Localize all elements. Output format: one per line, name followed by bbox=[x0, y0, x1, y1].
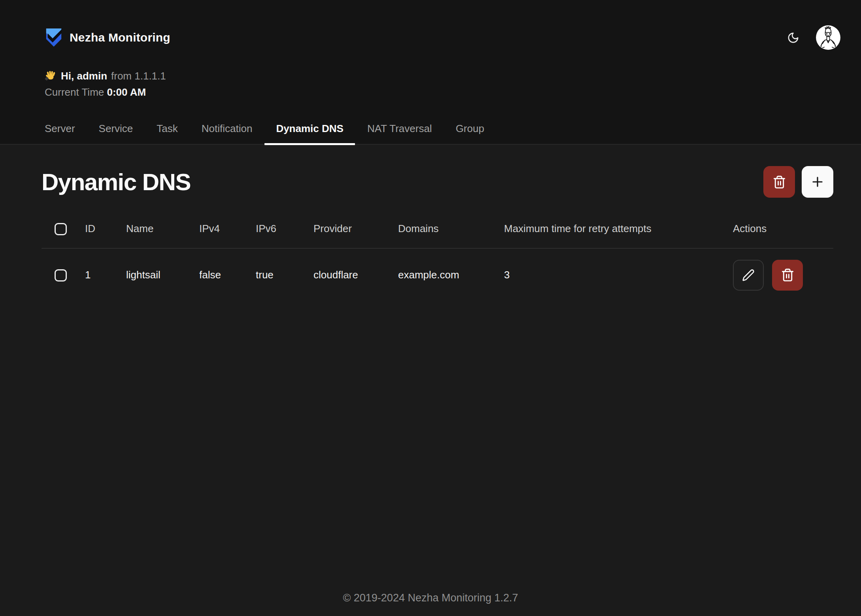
page-title: Dynamic DNS bbox=[42, 168, 191, 196]
plus-icon bbox=[810, 174, 825, 189]
topbar: Nezha Monitoring bbox=[0, 0, 861, 51]
title-row: Dynamic DNS bbox=[42, 166, 833, 198]
wave-hand-icon bbox=[45, 70, 57, 82]
column-header-name: Name bbox=[126, 208, 199, 248]
cell-ipv4: false bbox=[199, 248, 256, 302]
user-avatar[interactable] bbox=[815, 25, 841, 51]
greeting-hello: Hi, admin bbox=[61, 68, 107, 84]
trash-icon bbox=[772, 175, 786, 189]
table-header-row: ID Name IPv4 IPv6 Provider Domains Maxim… bbox=[42, 208, 833, 248]
cell-domains: example.com bbox=[398, 248, 504, 302]
column-header-actions: Actions bbox=[733, 208, 833, 248]
greeting-from: from 1.1.1.1 bbox=[111, 68, 166, 84]
tab-group[interactable]: Group bbox=[444, 123, 496, 144]
column-header-id: ID bbox=[85, 208, 126, 248]
footer-copyright: © 2019-2024 Nezha Monitoring 1.2.7 bbox=[0, 592, 861, 604]
theme-toggle-moon-icon[interactable] bbox=[787, 32, 799, 44]
trash-icon bbox=[781, 268, 795, 282]
greeting-line: Hi, admin from 1.1.1.1 bbox=[45, 68, 861, 84]
column-header-domains: Domains bbox=[398, 208, 504, 248]
cell-provider: cloudflare bbox=[313, 248, 398, 302]
current-time-value: 0:00 AM bbox=[107, 86, 146, 98]
cell-max-retry: 3 bbox=[504, 248, 733, 302]
nav-tabs: Server Service Task Notification Dynamic… bbox=[33, 123, 496, 144]
select-all-checkbox[interactable] bbox=[55, 223, 67, 235]
column-header-provider: Provider bbox=[313, 208, 398, 248]
tab-service[interactable]: Service bbox=[87, 123, 145, 144]
current-time-line: Current Time 0:00 AM bbox=[45, 84, 861, 100]
add-record-button[interactable] bbox=[802, 166, 833, 198]
pencil-icon bbox=[742, 269, 755, 282]
column-header-ipv4: IPv4 bbox=[199, 208, 256, 248]
tab-notification[interactable]: Notification bbox=[190, 123, 264, 144]
topbar-right bbox=[787, 25, 841, 51]
cell-name: lightsail bbox=[126, 248, 199, 302]
cell-ipv6: true bbox=[256, 248, 313, 302]
ddns-table: ID Name IPv4 IPv6 Provider Domains Maxim… bbox=[42, 208, 833, 302]
tab-nat-traversal[interactable]: NAT Traversal bbox=[355, 123, 444, 144]
brand: Nezha Monitoring bbox=[45, 28, 170, 47]
current-time-label: Current Time bbox=[45, 86, 104, 98]
nezha-logo-icon bbox=[45, 28, 63, 47]
brand-name: Nezha Monitoring bbox=[70, 31, 170, 44]
edit-row-button[interactable] bbox=[733, 260, 764, 291]
tab-server[interactable]: Server bbox=[33, 123, 87, 144]
greeting-block: Hi, admin from 1.1.1.1 Current Time 0:00… bbox=[0, 68, 861, 100]
cell-id: 1 bbox=[85, 248, 126, 302]
delete-row-button[interactable] bbox=[772, 260, 803, 291]
toolbar bbox=[763, 166, 833, 198]
row-actions bbox=[733, 260, 833, 291]
main-content: Dynamic DNS bbox=[0, 166, 861, 302]
tab-dynamic-dns[interactable]: Dynamic DNS bbox=[264, 123, 355, 144]
app-header: Nezha Monitoring bbox=[0, 0, 861, 145]
delete-selected-button[interactable] bbox=[763, 166, 795, 198]
column-header-ipv6: IPv6 bbox=[256, 208, 313, 248]
table-row: 1 lightsail false true cloudflare exampl… bbox=[42, 248, 833, 302]
row-checkbox[interactable] bbox=[55, 269, 67, 282]
column-header-max-retry: Maximum time for retry attempts bbox=[504, 208, 733, 248]
tab-task[interactable]: Task bbox=[145, 123, 189, 144]
